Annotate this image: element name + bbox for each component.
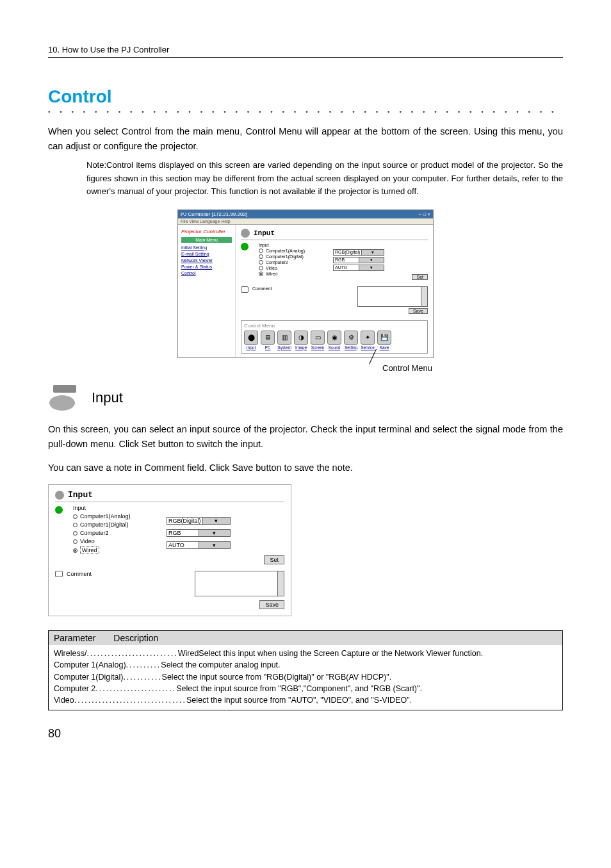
radio-video[interactable] bbox=[259, 266, 263, 270]
sidebar-item-power[interactable]: Power & Status bbox=[181, 265, 232, 269]
panel-title: Input bbox=[68, 490, 93, 500]
callout-label: Control Menu bbox=[382, 363, 432, 373]
sidebar-item-network[interactable]: Network Viewer bbox=[181, 258, 232, 263]
table-row: Wireless/..........................Wired… bbox=[54, 648, 557, 659]
ctrl-item-pc[interactable]: 🖥PC bbox=[261, 331, 275, 350]
chevron-down-icon: ▾ bbox=[359, 265, 384, 270]
dropdown-computer2-mode[interactable]: RGB▾ bbox=[333, 257, 384, 263]
section-title: Control bbox=[48, 86, 563, 107]
sidebar-section-header: Main Menu bbox=[181, 237, 232, 243]
sidebar-item-initial[interactable]: Initial Setting bbox=[181, 245, 232, 250]
table-header: Parameter Description bbox=[49, 631, 562, 645]
setting-icon: ⚙ bbox=[344, 331, 358, 345]
image-icon: ◑ bbox=[294, 331, 308, 345]
input-panel-detail: Input Input Computer1(Analog) Computer1(… bbox=[48, 484, 291, 616]
control-menu: Control Menu ⬤Input 🖥PC ▥System ◑Image ▭… bbox=[241, 320, 428, 354]
comment-label: Comment bbox=[252, 286, 272, 291]
save-icon: 💾 bbox=[377, 331, 391, 345]
dropdown-digital-mode[interactable]: RGB(Digital)▾ bbox=[167, 517, 231, 525]
input-icon: ⬤ bbox=[244, 331, 258, 345]
intro-paragraph: When you select Control from the main me… bbox=[48, 124, 563, 154]
dropdown-video-mode[interactable]: AUTO▾ bbox=[333, 265, 384, 271]
input-group-label: Input bbox=[73, 505, 163, 511]
radio-video[interactable] bbox=[73, 539, 77, 544]
subsection-header: Input bbox=[48, 385, 563, 411]
comment-label: Comment bbox=[67, 571, 92, 577]
table-row: Computer 2.......................Select … bbox=[54, 683, 557, 694]
dropdown-digital-mode[interactable]: RGB(Digital)▾ bbox=[333, 249, 384, 256]
dropdown-video-mode[interactable]: AUTO▾ bbox=[167, 541, 231, 549]
parameter-table: Parameter Description Wireless/.........… bbox=[48, 630, 563, 710]
ctrl-item-image[interactable]: ◑Image bbox=[294, 331, 308, 350]
ctrl-item-screen[interactable]: ▭Screen bbox=[311, 331, 325, 350]
table-row: Computer 1(Digital)...........Select the… bbox=[54, 671, 557, 683]
set-button[interactable]: Set bbox=[412, 274, 428, 280]
decorative-dots: • • • • • • • • • • • • • • • • • • • • … bbox=[48, 108, 563, 115]
panel-title: Input bbox=[254, 229, 275, 237]
pc-icon: 🖥 bbox=[261, 331, 275, 345]
comment-icon bbox=[241, 286, 248, 293]
radio-computer1-digital[interactable] bbox=[259, 254, 263, 259]
chapter-heading: 10. How to Use the PJ Controller bbox=[48, 45, 563, 58]
projector-icon bbox=[241, 229, 250, 238]
page-number: 80 bbox=[48, 727, 563, 741]
window-title: PJ Controller [172.21.99.202] bbox=[181, 211, 247, 217]
ctrl-item-setting[interactable]: ⚙Setting bbox=[344, 331, 358, 350]
system-icon: ▥ bbox=[277, 331, 291, 345]
radio-computer2[interactable] bbox=[73, 531, 77, 536]
comment-field[interactable] bbox=[195, 571, 284, 596]
projector-lens-icon bbox=[48, 385, 83, 411]
scrollbar[interactable] bbox=[421, 287, 427, 306]
dropdown-computer2-mode[interactable]: RGB▾ bbox=[167, 529, 231, 537]
note-paragraph: Note:Control items displayed on this scr… bbox=[86, 159, 563, 197]
chevron-down-icon: ▾ bbox=[199, 530, 231, 536]
content-pane: Input Input Computer1(Analog) Computer1(… bbox=[236, 225, 433, 357]
table-row: Computer 1(Analog)..........Select the c… bbox=[54, 659, 557, 671]
col-description: Description bbox=[113, 633, 158, 643]
save-button[interactable]: Save bbox=[409, 308, 428, 314]
control-menu-title: Control Menu bbox=[244, 323, 425, 329]
callout: Control Menu bbox=[177, 362, 434, 381]
set-button[interactable]: Set bbox=[264, 555, 284, 564]
body-paragraph-1: On this screen, you can select an input … bbox=[48, 422, 563, 452]
radio-wired[interactable] bbox=[259, 272, 263, 276]
comment-field[interactable] bbox=[357, 286, 428, 307]
status-dot-icon bbox=[55, 506, 63, 514]
scrollbar[interactable] bbox=[277, 571, 284, 596]
manual-page: 10. How to Use the PJ Controller Control… bbox=[0, 0, 611, 766]
sound-icon: ◉ bbox=[327, 331, 341, 345]
comment-icon bbox=[55, 571, 63, 577]
title-bar: PJ Controller [172.21.99.202] − □ × bbox=[178, 210, 433, 218]
projector-icon bbox=[55, 491, 64, 500]
ctrl-item-save[interactable]: 💾Save bbox=[377, 331, 391, 350]
radio-computer1-digital[interactable] bbox=[73, 523, 77, 527]
menu-bar[interactable]: File View Language Help bbox=[178, 218, 433, 225]
table-row: Video................................Sel… bbox=[54, 694, 557, 706]
app-window: PJ Controller [172.21.99.202] − □ × File… bbox=[177, 209, 434, 358]
ctrl-item-service[interactable]: ✦Service bbox=[361, 331, 375, 350]
chevron-down-icon: ▾ bbox=[361, 250, 384, 255]
input-group-label: Input bbox=[259, 243, 329, 247]
ctrl-item-sound[interactable]: ◉Sound bbox=[327, 331, 341, 350]
window-controls[interactable]: − □ × bbox=[418, 211, 430, 217]
save-button[interactable]: Save bbox=[259, 600, 284, 609]
sidebar-item-control[interactable]: Control bbox=[181, 271, 232, 275]
body-paragraph-2: You can save a note in Comment field. Cl… bbox=[48, 461, 563, 475]
ctrl-item-system[interactable]: ▥System bbox=[277, 331, 291, 350]
subsection-title: Input bbox=[92, 389, 123, 406]
sidebar-item-email[interactable]: E-mail Setting bbox=[181, 252, 232, 256]
ctrl-item-input[interactable]: ⬤Input bbox=[244, 331, 258, 350]
chevron-down-icon: ▾ bbox=[202, 518, 230, 524]
radio-computer1-analog[interactable] bbox=[259, 249, 263, 253]
radio-wired[interactable] bbox=[73, 548, 77, 553]
chevron-down-icon: ▾ bbox=[359, 258, 384, 263]
sidebar: Projector Controller Main Menu Initial S… bbox=[178, 225, 236, 357]
screen-icon: ▭ bbox=[311, 331, 325, 345]
radio-computer2[interactable] bbox=[259, 260, 263, 265]
service-icon: ✦ bbox=[361, 331, 375, 345]
col-parameter: Parameter bbox=[54, 633, 95, 643]
chevron-down-icon: ▾ bbox=[199, 542, 231, 548]
radio-computer1-analog[interactable] bbox=[73, 514, 77, 519]
sidebar-logo: Projector Controller bbox=[181, 229, 232, 234]
status-dot-icon bbox=[241, 243, 248, 250]
